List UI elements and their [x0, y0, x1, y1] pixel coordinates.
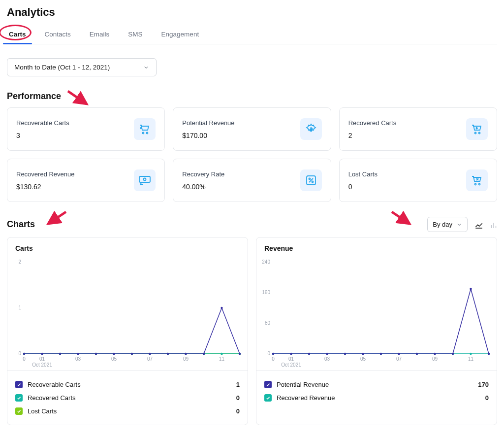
svg-point-63: [131, 353, 133, 355]
tab-carts[interactable]: Carts: [7, 26, 28, 44]
percent-icon: [300, 169, 322, 191]
svg-point-67: [203, 353, 205, 355]
legend-value: 0: [485, 394, 489, 402]
line-chart-icon[interactable]: [474, 221, 482, 229]
svg-point-99: [326, 353, 328, 355]
performance-cards: Recoverable Carts 3 Potential Revenue $1…: [7, 107, 497, 202]
page-title: Analytics: [7, 6, 497, 19]
svg-rect-5: [139, 176, 150, 182]
svg-point-68: [220, 307, 222, 309]
svg-point-4: [479, 133, 480, 134]
card-value: $170.00: [182, 132, 234, 139]
card-value: 40.00%: [182, 183, 224, 191]
tab-contacts[interactable]: Contacts: [43, 26, 73, 44]
tab-emails[interactable]: Emails: [88, 26, 112, 44]
cart-x-icon: [466, 169, 488, 191]
chart-revenue: Revenue 801602400010305070911Oct 20210 P…: [256, 237, 497, 425]
svg-point-11: [475, 184, 476, 185]
legend-checkbox[interactable]: [15, 407, 23, 415]
svg-text:160: 160: [262, 290, 270, 295]
svg-point-57: [23, 353, 25, 355]
svg-line-8: [309, 178, 313, 182]
card-value: $130.62: [16, 183, 75, 191]
bar-chart-icon[interactable]: [489, 221, 497, 229]
card-label: Potential Revenue: [182, 119, 234, 127]
chart-plot: 801602400010305070911Oct 20210: [262, 258, 493, 371]
legend-row: Recovered Carts0: [15, 391, 240, 405]
svg-point-60: [77, 353, 79, 355]
granularity-label: By day: [433, 221, 452, 228]
legend-row: Recovered Revenue0: [264, 391, 489, 405]
svg-point-96: [272, 353, 274, 355]
svg-point-108: [488, 353, 490, 355]
svg-text:09: 09: [432, 356, 438, 362]
svg-line-14: [392, 212, 410, 224]
legend-checkbox[interactable]: [264, 394, 272, 402]
svg-text:03: 03: [324, 356, 330, 362]
svg-point-102: [380, 353, 382, 355]
svg-point-1: [143, 133, 144, 134]
card-potential-revenue: Potential Revenue $170.00: [173, 107, 331, 151]
svg-point-98: [308, 353, 310, 355]
svg-text:2: 2: [18, 259, 21, 265]
svg-text:240: 240: [262, 259, 270, 265]
legend-row: Recoverable Carts1: [15, 378, 240, 391]
legend-checkbox[interactable]: [264, 381, 272, 388]
date-range-label: Month to Date (Oct 1 - 12, 2021): [14, 64, 110, 71]
svg-text:0: 0: [23, 356, 26, 362]
svg-text:09: 09: [183, 356, 189, 362]
svg-text:Oct 2021: Oct 2021: [32, 362, 52, 368]
card-label: Recovery Rate: [182, 170, 224, 178]
card-lost-carts: Lost Carts 0: [339, 159, 497, 202]
card-label: Recoverable Carts: [16, 119, 69, 127]
charts-controls: By day: [427, 217, 497, 232]
legend-value: 170: [478, 381, 489, 388]
svg-point-6: [144, 178, 146, 181]
svg-point-3: [475, 133, 476, 134]
date-range-select[interactable]: Month to Date (Oct 1 - 12, 2021): [7, 58, 157, 76]
svg-point-64: [149, 353, 151, 355]
svg-text:01: 01: [288, 356, 294, 362]
svg-point-100: [344, 353, 346, 355]
svg-text:80: 80: [265, 320, 271, 326]
svg-point-104: [416, 353, 418, 355]
svg-line-13: [48, 212, 66, 224]
svg-text:11: 11: [468, 356, 474, 362]
card-value: 3: [16, 132, 69, 139]
cart-arrow-icon: [134, 118, 156, 140]
legend-checkbox[interactable]: [15, 394, 23, 402]
chart-legend: Recoverable Carts1Recovered Carts0Lost C…: [7, 371, 248, 425]
tab-label: Carts: [9, 31, 26, 38]
svg-point-2: [147, 133, 148, 134]
svg-point-103: [398, 353, 400, 355]
svg-point-105: [434, 353, 436, 355]
legend-value: 0: [236, 407, 240, 415]
svg-text:07: 07: [396, 356, 402, 362]
card-value: 0: [348, 183, 378, 191]
legend-label: Recovered Revenue: [277, 394, 335, 402]
svg-text:Oct 2021: Oct 2021: [281, 362, 301, 368]
svg-text:05: 05: [360, 356, 366, 362]
legend-row: Lost Carts0: [15, 405, 240, 418]
section-charts: Charts: [7, 219, 35, 230]
legend-checkbox[interactable]: [15, 381, 23, 388]
card-recovered-carts: Recovered Carts 2: [339, 107, 497, 151]
card-label: Lost Carts: [348, 170, 378, 178]
svg-point-97: [290, 353, 292, 355]
svg-point-101: [362, 353, 364, 355]
dollar-badge-icon: [300, 118, 322, 140]
svg-text:1: 1: [18, 305, 21, 310]
granularity-select[interactable]: By day: [427, 217, 468, 232]
callout-arrow: [389, 210, 413, 228]
svg-text:07: 07: [147, 356, 153, 362]
card-recovered-revenue: Recovered Revenue $130.62: [7, 159, 165, 202]
svg-point-9: [309, 178, 310, 180]
card-label: Recovered Revenue: [16, 170, 75, 178]
tab-engagement[interactable]: Engagement: [159, 26, 201, 44]
cart-back-icon: [466, 118, 488, 140]
legend-row: Potential Revenue170: [264, 378, 489, 391]
svg-point-10: [312, 181, 313, 183]
tab-sms[interactable]: SMS: [126, 26, 144, 44]
chevron-down-icon: [456, 222, 462, 228]
callout-arrow: [44, 210, 69, 228]
